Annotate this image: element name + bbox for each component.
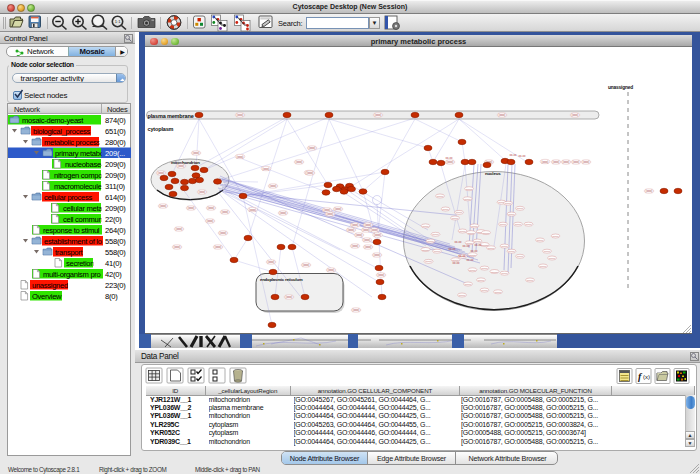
svg-text:(xxxx): (xxxx) bbox=[465, 283, 472, 286]
svg-text:(xxxx): (xxxx) bbox=[220, 231, 227, 235]
svg-text:(xxxx): (xxxx) bbox=[495, 291, 502, 294]
svg-text:8(0): 8(0) bbox=[105, 292, 118, 301]
svg-text:(xxxx): (xxxx) bbox=[286, 295, 293, 299]
svg-text:(xxxx): (xxxx) bbox=[374, 253, 381, 257]
svg-text:223(0): 223(0) bbox=[105, 281, 126, 290]
svg-text:cellular process: cellular process bbox=[44, 193, 92, 202]
svg-text:(xxxx): (xxxx) bbox=[371, 228, 378, 232]
svg-text:xx-xx: xx-xx bbox=[510, 153, 517, 157]
svg-text:(xxxx): (xxxx) bbox=[427, 240, 434, 243]
svg-text:(xxxx): (xxxx) bbox=[500, 223, 507, 226]
svg-text:(xxxx): (xxxx) bbox=[572, 113, 579, 117]
svg-text:(xxxx): (xxxx) bbox=[456, 211, 463, 214]
svg-text:(xxxx): (xxxx) bbox=[542, 160, 549, 164]
svg-text:xx-xx: xx-xx bbox=[446, 156, 453, 160]
svg-text:(xxxx): (xxxx) bbox=[364, 238, 371, 242]
svg-text:secretion: secretion bbox=[66, 259, 94, 268]
svg-text:(xxxx): (xxxx) bbox=[459, 294, 466, 297]
svg-text:(xxxx): (xxxx) bbox=[452, 217, 459, 220]
svg-text:biological_process: biological_process bbox=[33, 127, 91, 136]
svg-text:311(0): 311(0) bbox=[105, 182, 126, 191]
svg-text:(xxxx): (xxxx) bbox=[309, 146, 316, 150]
svg-text:(xxxx): (xxxx) bbox=[352, 244, 359, 248]
svg-text:(xxxx): (xxxx) bbox=[328, 268, 335, 272]
svg-text:(xxxx): (xxxx) bbox=[540, 265, 547, 268]
svg-text:(xxxx): (xxxx) bbox=[375, 113, 382, 117]
svg-text:(xxxx): (xxxx) bbox=[249, 208, 256, 212]
svg-text:209(0): 209(0) bbox=[105, 160, 126, 169]
svg-text:(xxxx): (xxxx) bbox=[352, 223, 359, 227]
svg-text:(xxxx): (xxxx) bbox=[327, 212, 334, 216]
svg-text:endoplasmic reticulum: endoplasmic reticulum bbox=[260, 277, 303, 282]
svg-text:558(0): 558(0) bbox=[105, 237, 126, 246]
svg-text:xx-xx: xx-xx bbox=[475, 243, 482, 247]
svg-text:(xxxx): (xxxx) bbox=[459, 230, 466, 233]
svg-text:(xxxx): (xxxx) bbox=[583, 160, 590, 164]
svg-text:(xxxx): (xxxx) bbox=[208, 206, 215, 210]
svg-text:xx-xx: xx-xx bbox=[519, 154, 526, 158]
svg-text:(xxxx): (xxxx) bbox=[215, 245, 222, 249]
svg-text:plasma membrane: plasma membrane bbox=[148, 113, 194, 119]
svg-text:(xxxx): (xxxx) bbox=[296, 160, 303, 164]
svg-text:xx-xx: xx-xx bbox=[467, 258, 474, 262]
svg-text:xx-xx: xx-xx bbox=[471, 249, 478, 253]
svg-text:cytoplasm: cytoplasm bbox=[148, 126, 174, 132]
svg-text:280(0): 280(0) bbox=[105, 138, 126, 147]
svg-text:(xxxx): (xxxx) bbox=[263, 167, 270, 171]
svg-text:(xxxx): (xxxx) bbox=[491, 271, 498, 274]
svg-text:(xxxx): (xxxx) bbox=[158, 171, 165, 175]
svg-text:(xxxx): (xxxx) bbox=[501, 272, 508, 275]
svg-text:(xxxx): (xxxx) bbox=[442, 208, 449, 211]
svg-text:42(0): 42(0) bbox=[105, 270, 122, 279]
svg-text:209(0): 209(0) bbox=[105, 204, 126, 213]
svg-text:(xxxx): (xxxx) bbox=[466, 188, 473, 191]
svg-text:(xxxx): (xxxx) bbox=[422, 249, 429, 252]
svg-text:(xxxx): (xxxx) bbox=[469, 269, 476, 272]
svg-text:Search:: Search: bbox=[278, 19, 303, 28]
svg-text:nucleobase-: nucleobase- bbox=[65, 160, 104, 169]
svg-text:(xxxx): (xxxx) bbox=[552, 235, 559, 238]
svg-text:mosaic-demo-yeast: mosaic-demo-yeast bbox=[22, 116, 84, 125]
svg-text:unassigned: unassigned bbox=[32, 281, 68, 290]
svg-text:(xxxx): (xxxx) bbox=[573, 160, 580, 164]
svg-text:(xxxx): (xxxx) bbox=[646, 189, 653, 193]
svg-text:(xxxx): (xxxx) bbox=[303, 263, 310, 267]
svg-text:nitrogen compo: nitrogen compo bbox=[54, 171, 102, 180]
svg-text:cellular metabo: cellular metabo bbox=[63, 204, 110, 213]
svg-text:264(0): 264(0) bbox=[105, 226, 126, 235]
svg-text:Overview: Overview bbox=[32, 292, 62, 301]
svg-text:(xxxx): (xxxx) bbox=[483, 232, 490, 235]
svg-text:(xxxx): (xxxx) bbox=[469, 254, 476, 257]
svg-text:(xxxx): (xxxx) bbox=[160, 204, 167, 208]
svg-text:primary metabo: primary metabo bbox=[55, 149, 104, 158]
svg-text:macromolecule: macromolecule bbox=[54, 182, 102, 191]
svg-text:(xxxx): (xxxx) bbox=[222, 210, 229, 214]
svg-text:(xxxx): (xxxx) bbox=[432, 233, 439, 236]
svg-text:(xxxx): (xxxx) bbox=[365, 223, 372, 227]
svg-text:(xxxx): (xxxx) bbox=[178, 164, 185, 168]
svg-text:(xxxx): (xxxx) bbox=[481, 289, 488, 292]
svg-text:xx-xx: xx-xx bbox=[463, 244, 470, 248]
svg-text:1:1: 1:1 bbox=[115, 19, 121, 24]
svg-text:(xxxx): (xxxx) bbox=[363, 228, 370, 232]
svg-text:(xxxx): (xxxx) bbox=[174, 245, 181, 249]
svg-text:(xxxx): (xxxx) bbox=[188, 206, 195, 210]
svg-text:nucleus: nucleus bbox=[485, 171, 501, 176]
svg-text:651(0): 651(0) bbox=[105, 127, 126, 136]
svg-text:(xxxx): (xxxx) bbox=[378, 273, 385, 277]
svg-text:(xxxx): (xxxx) bbox=[488, 247, 495, 250]
svg-text:(xxxx): (xxxx) bbox=[515, 223, 522, 226]
svg-text:(xxxx): (xxxx) bbox=[324, 208, 331, 212]
svg-text:(xxxx): (xxxx) bbox=[468, 232, 475, 235]
svg-text:(xxxx): (xxxx) bbox=[207, 219, 214, 223]
svg-text:multi-organism pro: multi-organism pro bbox=[43, 270, 101, 279]
svg-text:(xxxx): (xxxx) bbox=[356, 233, 363, 237]
svg-text:xx-xx: xx-xx bbox=[449, 247, 456, 251]
svg-text:(x): (x) bbox=[643, 374, 650, 380]
svg-text:(xxxx): (xxxx) bbox=[505, 202, 512, 205]
svg-text:xx-xx: xx-xx bbox=[459, 254, 466, 258]
svg-text:(xxxx): (xxxx) bbox=[527, 279, 534, 282]
svg-text:(xxxx): (xxxx) bbox=[544, 250, 551, 253]
svg-text:xx-xx: xx-xx bbox=[455, 240, 462, 244]
svg-text:(xxxx): (xxxx) bbox=[365, 245, 372, 249]
